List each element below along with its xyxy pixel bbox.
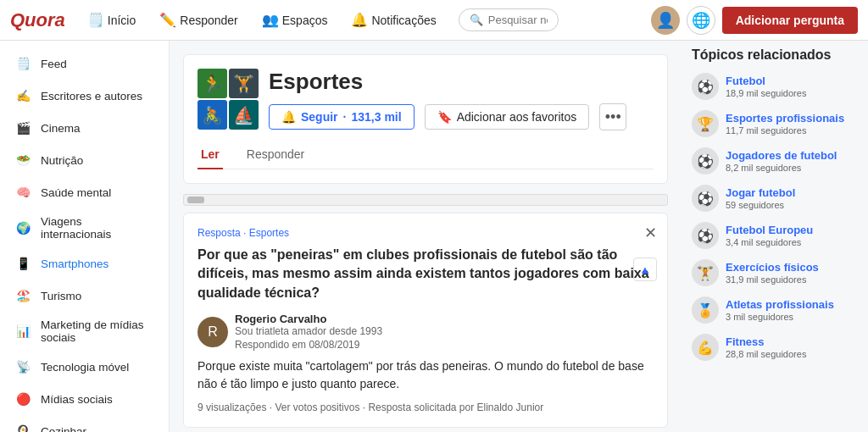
related-followers-4: 3,4 mil seguidores	[726, 237, 858, 247]
related-info-3: Jogar futebol 59 seguidores	[726, 186, 858, 211]
sidebar-label-tecnologia: Tecnologia móvel	[41, 361, 129, 374]
tab-ler[interactable]: Ler	[198, 141, 223, 169]
follow-icon: 🔔	[281, 110, 296, 124]
sidebar-item-cozinhar[interactable]: 🍳Cozinhar	[3, 415, 165, 432]
tab-responder[interactable]: Responder	[243, 141, 309, 169]
add-question-button[interactable]: Adicionar pergunta	[722, 7, 858, 34]
related-name-6[interactable]: Atletas profissionais	[726, 298, 858, 313]
related-icon-0: ⚽	[692, 73, 719, 100]
sidebar-item-turismo[interactable]: 🏖️Turismo	[3, 280, 165, 312]
sidebar-item-nutricao[interactable]: 🥗Nutrição	[3, 144, 165, 176]
search-icon: 🔍	[470, 14, 483, 26]
related-item-2[interactable]: ⚽ Jogadores de futebol 8,2 mil seguidore…	[692, 147, 858, 174]
sidebar-item-escritores[interactable]: ✍️Escritores e autores	[3, 80, 165, 112]
nav-espacos[interactable]: 👥 Espaços	[253, 7, 337, 33]
quora-logo[interactable]: Quora	[10, 9, 65, 31]
related-name-5[interactable]: Exercícios físicos	[726, 261, 858, 275]
author-description: Sou triatleta amador desde 1993	[235, 325, 654, 337]
responder-icon: ✏️	[159, 12, 176, 28]
sidebar-item-smartphones[interactable]: 📱Smartphones	[3, 247, 165, 280]
author-avatar: R	[198, 317, 228, 347]
answer-footer: 9 visualizações · Ver votos positivos · …	[198, 402, 654, 413]
related-icon-1: 🏆	[692, 110, 719, 137]
author-info: Rogerio Carvalho Sou triatleta amador de…	[235, 313, 654, 351]
sidebar-label-smartphones: Smartphones	[41, 258, 108, 270]
sidebar-item-midias[interactable]: 🔴Mídias sociais	[3, 383, 165, 415]
answer-author: R Rogerio Carvalho Sou triatleta amador …	[198, 313, 654, 351]
sidebar-label-midias: Mídias sociais	[41, 393, 113, 406]
scroll-thumb	[187, 197, 204, 203]
close-button[interactable]: ✕	[644, 224, 657, 242]
topnav: Quora 🗒️ Início ✏️ Responder 👥 Espaços 🔔…	[0, 0, 868, 41]
related-item-4[interactable]: ⚽ Futebol Europeu 3,4 mil seguidores	[692, 222, 858, 249]
marketing-icon: 📊	[14, 322, 32, 341]
cozinhar-icon: 🍳	[14, 422, 32, 432]
related-item-3[interactable]: ⚽ Jogar futebol 59 seguidores	[692, 185, 858, 212]
sidebar-item-tecnologia[interactable]: 📡Tecnologia móvel	[3, 351, 165, 383]
related-info-7: Fitness 28,8 mil seguidores	[726, 335, 858, 360]
sidebar-item-marketing[interactable]: 📊Marketing de mídias sociais	[3, 312, 165, 351]
sidebar-label-viagens: Viagens internacionais	[41, 215, 155, 241]
related-item-1[interactable]: 🏆 Esportes profissionais 11,7 mil seguid…	[692, 110, 858, 137]
sidebar: 🗒️Feed✍️Escritores e autores🎬Cinema🥗Nutr…	[0, 41, 170, 432]
favorites-button[interactable]: 🔖 Adicionar aos favoritos	[425, 104, 590, 130]
space-title: Esportes	[269, 69, 654, 95]
language-button[interactable]: 🌐	[687, 6, 715, 35]
scroll-bar[interactable]	[183, 194, 668, 206]
more-options-button[interactable]: •••	[599, 103, 626, 130]
related-followers-6: 3 mil seguidores	[726, 312, 858, 322]
related-icon-7: 💪	[692, 334, 719, 361]
turismo-icon: 🏖️	[14, 286, 32, 305]
related-followers-0: 18,9 mil seguidores	[726, 88, 858, 98]
nav-responder[interactable]: ✏️ Responder	[151, 7, 247, 33]
smartphones-icon: 📱	[14, 254, 32, 273]
space-actions: 🔔 Seguir · 131,3 mil 🔖 Adicionar aos fav…	[269, 103, 654, 130]
space-logo: 🏃 🏋️ 🚴 ⛵	[198, 69, 259, 130]
sidebar-item-cinema[interactable]: 🎬Cinema	[3, 112, 165, 144]
tecnologia-icon: 📡	[14, 357, 32, 376]
logo-tile-4: ⛵	[229, 100, 259, 130]
related-name-0[interactable]: Futebol	[726, 75, 858, 89]
search-input[interactable]	[488, 14, 548, 26]
answer-question: Por que as "peneiras" em clubes profissi…	[198, 246, 654, 302]
sidebar-item-saude[interactable]: 🧠Saúde mental	[3, 176, 165, 208]
related-name-1[interactable]: Esportes profissionais	[726, 112, 858, 126]
sidebar-label-saude: Saúde mental	[41, 186, 111, 199]
search-bar[interactable]: 🔍	[459, 8, 559, 31]
related-name-3[interactable]: Jogar futebol	[726, 186, 858, 201]
saude-icon: 🧠	[14, 183, 32, 202]
answer-text: Porque existe muita "cartolagem" por trá…	[198, 357, 654, 393]
sidebar-item-viagens[interactable]: 🌍Viagens internacionais	[3, 208, 165, 247]
related-info-1: Esportes profissionais 11,7 mil seguidor…	[726, 112, 858, 136]
related-info-4: Futebol Europeu 3,4 mil seguidores	[726, 224, 858, 248]
nav-inicio[interactable]: 🗒️ Início	[79, 7, 144, 33]
answer-space-link[interactable]: Esportes	[249, 227, 289, 239]
author-name[interactable]: Rogerio Carvalho	[235, 313, 654, 325]
answer-action-icon[interactable]: ▲	[633, 258, 657, 281]
related-name-7[interactable]: Fitness	[726, 335, 858, 350]
related-item-7[interactable]: 💪 Fitness 28,8 mil seguidores	[692, 334, 858, 361]
ellipsis-icon: •••	[605, 108, 621, 126]
logo-tile-2: 🏋️	[229, 69, 259, 98]
feed-icon: 🗒️	[14, 54, 32, 73]
related-followers-7: 28,8 mil seguidores	[726, 349, 858, 359]
related-name-2[interactable]: Jogadores de futebol	[726, 149, 858, 163]
related-icon-3: ⚽	[692, 185, 719, 212]
nav-notificacoes[interactable]: 🔔 Notificações	[342, 7, 444, 33]
related-item-0[interactable]: ⚽ Futebol 18,9 mil seguidores	[692, 73, 858, 100]
user-avatar[interactable]: 👤	[651, 6, 680, 35]
espacos-icon: 👥	[262, 12, 279, 28]
nutricao-icon: 🥗	[14, 151, 32, 169]
bookmark-icon: 🔖	[437, 110, 452, 124]
related-name-4[interactable]: Futebol Europeu	[726, 224, 858, 238]
related-icon-4: ⚽	[692, 222, 719, 249]
logo-tile-3: 🚴	[198, 100, 227, 130]
related-followers-3: 59 seguidores	[726, 200, 858, 210]
sidebar-label-nutricao: Nutrição	[41, 154, 83, 167]
related-item-6[interactable]: 🏅 Atletas profissionais 3 mil seguidores	[692, 296, 858, 324]
related-item-5[interactable]: 🏋️ Exercícios físicos 31,9 mil seguidore…	[692, 259, 858, 286]
space-info: Esportes 🔔 Seguir · 131,3 mil 🔖 Adiciona…	[269, 69, 654, 130]
follow-button[interactable]: 🔔 Seguir · 131,3 mil	[269, 104, 415, 130]
sidebar-item-feed[interactable]: 🗒️Feed	[3, 47, 165, 80]
inicio-icon: 🗒️	[87, 12, 104, 28]
